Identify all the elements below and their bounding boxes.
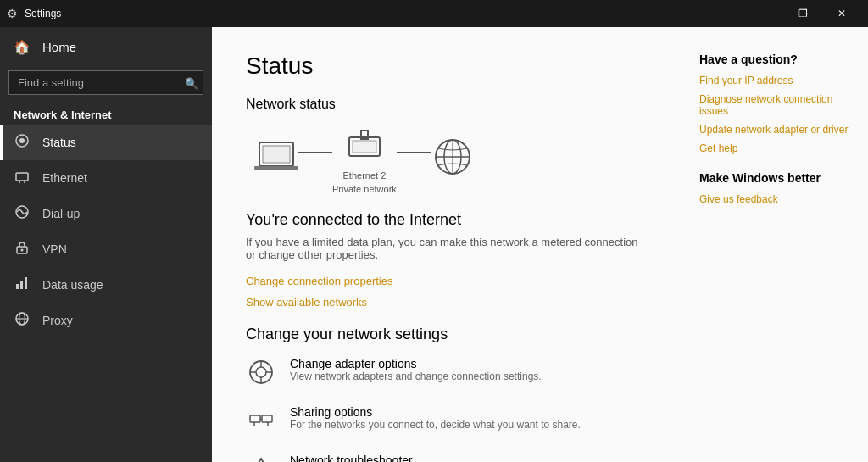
device-network: Private network	[332, 184, 397, 194]
titlebar-controls: — ❐ ✕	[744, 0, 861, 27]
get-help-link[interactable]: Get help	[699, 142, 851, 154]
close-button[interactable]: ✕	[822, 0, 861, 27]
svg-rect-8	[16, 284, 19, 289]
sidebar-item-status-label: Status	[42, 136, 76, 149]
troubleshooter-title[interactable]: Network troubleshooter	[290, 454, 452, 462]
svg-rect-15	[263, 146, 290, 163]
router-icon	[344, 125, 385, 167]
home-icon: 🏠	[14, 39, 31, 55]
line2	[397, 152, 431, 153]
show-networks-link[interactable]: Show available networks	[246, 296, 648, 309]
sidebar-item-status[interactable]: Status	[0, 125, 212, 160]
change-connection-link[interactable]: Change connection properties	[246, 275, 648, 287]
sidebar: 🏠 Home 🔍 Network & Internet Status Ether…	[0, 27, 212, 462]
svg-rect-9	[20, 281, 23, 289]
globe-device	[431, 135, 475, 185]
diagnose-link[interactable]: Diagnose network connection issues	[699, 93, 851, 117]
adapter-text: Change adapter options View network adap…	[290, 357, 542, 382]
sidebar-item-data-usage[interactable]: Data usage	[0, 267, 212, 303]
status-icon	[14, 133, 31, 152]
troubleshooter-option: Network troubleshooter Diagnose and fix …	[246, 454, 648, 462]
adapter-icon	[246, 359, 276, 392]
sharing-desc: For the networks you connect to, decide …	[290, 419, 581, 431]
settings-icon: ⚙	[7, 7, 18, 20]
ethernet-icon	[14, 169, 31, 187]
proxy-icon	[14, 311, 31, 330]
main-content: Status Network status	[212, 27, 682, 462]
vpn-icon	[14, 240, 31, 259]
connected-desc: If you have a limited data plan, you can…	[246, 236, 648, 261]
update-driver-link[interactable]: Update network adapter or driver	[699, 124, 851, 136]
sidebar-item-vpn-label: VPN	[42, 242, 67, 256]
home-label: Home	[42, 40, 76, 54]
router-device: Ethernet 2 Private network	[332, 125, 397, 194]
sharing-icon	[246, 407, 276, 440]
data-usage-icon	[14, 276, 31, 294]
feedback-link[interactable]: Give us feedback	[699, 193, 851, 205]
page-title: Status	[246, 53, 648, 80]
sidebar-search: 🔍	[8, 70, 203, 95]
svg-point-7	[21, 249, 24, 252]
svg-rect-33	[262, 415, 272, 422]
sidebar-item-home[interactable]: 🏠 Home	[0, 27, 212, 67]
laptop-icon	[254, 139, 298, 181]
right-panel: Have a question? Find your IP address Di…	[682, 27, 868, 462]
search-input[interactable]	[8, 70, 203, 95]
globe-icon	[431, 135, 475, 185]
help-title: Have a question?	[699, 53, 851, 66]
change-settings-title: Change your network settings	[246, 326, 648, 343]
sidebar-section-header: Network & Internet	[0, 102, 212, 125]
adapter-title[interactable]: Change adapter options	[290, 357, 542, 370]
network-status-label: Network status	[246, 97, 648, 112]
sidebar-item-proxy-label: Proxy	[42, 314, 73, 327]
minimize-button[interactable]: —	[744, 0, 783, 27]
adapter-option: Change adapter options View network adap…	[246, 357, 648, 392]
app-title: Settings	[25, 8, 61, 19]
troubleshooter-text: Network troubleshooter Diagnose and fix …	[290, 454, 452, 462]
sharing-option: Sharing options For the networks you con…	[246, 405, 648, 440]
sidebar-item-vpn[interactable]: VPN	[0, 231, 212, 267]
svg-rect-2	[16, 173, 28, 181]
sidebar-item-dialup[interactable]: Dial-up	[0, 196, 212, 231]
find-ip-link[interactable]: Find your IP address	[699, 75, 851, 86]
search-icon: 🔍	[185, 76, 198, 89]
svg-rect-10	[25, 277, 27, 289]
svg-point-1	[19, 138, 25, 143]
sidebar-item-dialup-label: Dial-up	[42, 207, 80, 220]
sidebar-item-ethernet-label: Ethernet	[42, 171, 87, 185]
connected-title: You're connected to the Internet	[246, 211, 648, 229]
troubleshooter-icon	[246, 455, 276, 462]
svg-rect-18	[353, 141, 376, 153]
sidebar-item-ethernet[interactable]: Ethernet	[0, 160, 212, 196]
titlebar: ⚙ Settings — ❐ ✕	[0, 0, 868, 27]
sharing-title[interactable]: Sharing options	[290, 405, 581, 419]
sidebar-item-data-usage-label: Data usage	[42, 278, 103, 292]
svg-rect-32	[250, 415, 260, 422]
maximize-button[interactable]: ❐	[783, 0, 822, 27]
svg-point-27	[256, 367, 266, 377]
titlebar-left: ⚙ Settings	[7, 7, 61, 20]
sharing-text: Sharing options For the networks you con…	[290, 405, 581, 431]
network-diagram: Ethernet 2 Private network	[254, 125, 648, 194]
adapter-desc: View network adapters and change connect…	[290, 370, 542, 382]
svg-rect-16	[254, 166, 298, 170]
app-body: 🏠 Home 🔍 Network & Internet Status Ether…	[0, 27, 868, 462]
feedback-title: Make Windows better	[699, 171, 851, 185]
svg-marker-37	[249, 459, 273, 462]
laptop-device	[254, 139, 298, 181]
dialup-icon	[14, 204, 31, 223]
device-name: Ethernet 2	[343, 170, 387, 181]
line1	[298, 152, 332, 153]
sidebar-item-proxy[interactable]: Proxy	[0, 303, 212, 338]
